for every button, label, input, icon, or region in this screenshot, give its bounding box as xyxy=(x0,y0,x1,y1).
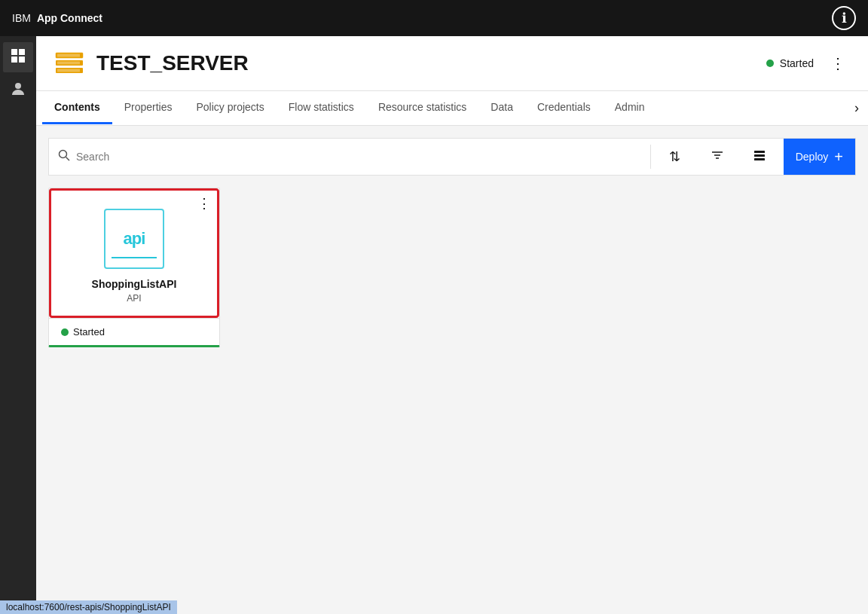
svg-rect-17 xyxy=(754,154,765,157)
api-logo: api xyxy=(104,209,164,269)
api-card-shoppinglistapi[interactable]: api ShoppingListAPI API ⋮ Started xyxy=(48,188,220,347)
svg-rect-16 xyxy=(754,151,765,153)
svg-rect-2 xyxy=(11,57,17,63)
card-status-label: Started xyxy=(73,326,105,338)
deploy-plus-icon: + xyxy=(834,148,843,166)
toolbar-divider xyxy=(650,145,651,169)
filter-button[interactable] xyxy=(699,139,735,175)
status-bar: localhost:7600/rest-apis/ShoppingListAPI xyxy=(0,600,177,614)
main-content: TEST_SERVER Started ⋮ Contents Propertie… xyxy=(36,36,868,614)
tab-contents[interactable]: Contents xyxy=(42,92,112,124)
server-menu-button[interactable]: ⋮ xyxy=(826,51,850,75)
status-url: localhost:7600/rest-apis/ShoppingListAPI xyxy=(6,602,171,612)
tab-resource-statistics[interactable]: Resource statistics xyxy=(366,92,478,124)
sort-button[interactable]: ⇅ xyxy=(657,139,693,175)
card-name: ShoppingListAPI xyxy=(92,278,177,290)
card-menu-button[interactable]: ⋮ xyxy=(195,194,213,212)
content-area: ⇅ xyxy=(36,126,868,614)
search-input[interactable] xyxy=(76,151,635,163)
server-header: TEST_SERVER Started ⋮ xyxy=(36,36,868,91)
server-status-dot xyxy=(766,60,774,67)
sidebar-item-dashboard[interactable] xyxy=(3,42,33,72)
brand-logo: IBM App Connect xyxy=(12,12,102,24)
cards-grid: api ShoppingListAPI API ⋮ Started xyxy=(48,188,856,347)
tab-admin[interactable]: Admin xyxy=(603,92,657,124)
card-inner: api ShoppingListAPI API ⋮ xyxy=(49,188,219,318)
sidebar xyxy=(0,36,36,614)
tab-data[interactable]: Data xyxy=(478,92,525,124)
server-status-label: Started xyxy=(780,57,814,69)
user-icon xyxy=(11,81,26,99)
info-icon[interactable]: ℹ xyxy=(832,6,856,30)
card-type: API xyxy=(127,293,141,304)
card-status-dot xyxy=(61,328,69,336)
tab-policy-projects[interactable]: Policy projects xyxy=(184,92,276,124)
svg-rect-10 xyxy=(57,69,80,72)
list-icon xyxy=(753,148,766,166)
grid-icon xyxy=(11,48,26,66)
top-nav-bar: IBM App Connect ℹ xyxy=(0,0,868,36)
search-bar xyxy=(49,139,644,175)
server-title: TEST_SERVER xyxy=(96,51,766,75)
sort-icon: ⇅ xyxy=(669,148,680,165)
brand-ibm: IBM xyxy=(12,12,31,24)
svg-rect-8 xyxy=(57,62,80,65)
svg-point-4 xyxy=(15,83,21,89)
svg-rect-3 xyxy=(19,57,25,63)
tab-flow-statistics[interactable]: Flow statistics xyxy=(277,92,366,124)
search-icon xyxy=(58,149,70,164)
api-logo-line xyxy=(112,257,157,258)
svg-rect-6 xyxy=(57,54,80,57)
deploy-label: Deploy xyxy=(796,151,829,163)
server-status: Started xyxy=(766,57,814,69)
svg-line-12 xyxy=(66,157,70,161)
server-icon xyxy=(54,51,84,75)
svg-rect-0 xyxy=(11,49,17,55)
tabs-bar: Contents Properties Policy projects Flow… xyxy=(36,91,868,126)
card-content: api ShoppingListAPI API xyxy=(51,191,217,316)
list-view-button[interactable] xyxy=(741,139,778,175)
svg-rect-1 xyxy=(19,49,25,55)
tab-credentials[interactable]: Credentials xyxy=(525,92,603,124)
tabs-chevron-icon[interactable]: › xyxy=(845,91,868,125)
brand-product: App Connect xyxy=(37,12,102,24)
svg-point-11 xyxy=(60,151,67,158)
tab-properties[interactable]: Properties xyxy=(112,92,185,124)
svg-rect-18 xyxy=(754,158,765,160)
deploy-button[interactable]: Deploy + xyxy=(784,139,855,175)
card-footer: Started xyxy=(49,318,219,345)
filter-icon xyxy=(711,148,724,166)
api-logo-text: api xyxy=(124,229,145,249)
sidebar-item-user[interactable] xyxy=(3,75,33,105)
toolbar: ⇅ xyxy=(48,138,856,176)
